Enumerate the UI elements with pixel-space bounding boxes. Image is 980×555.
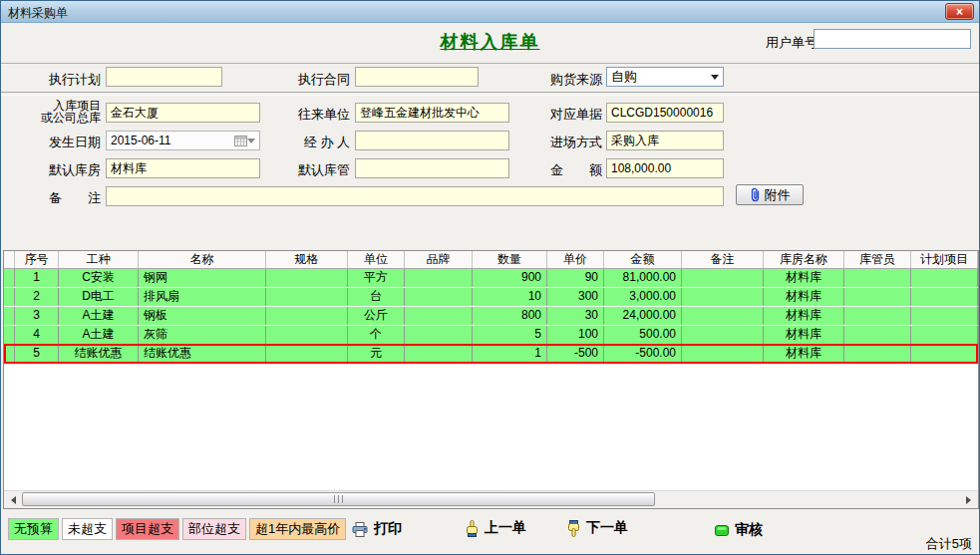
cell-trade[interactable]: A土建	[59, 326, 139, 344]
cell-trade[interactable]: C安装	[59, 269, 139, 287]
scroll-right-button[interactable]	[961, 491, 978, 508]
entry-mode-input[interactable]	[606, 131, 724, 150]
cell-price[interactable]: 90	[547, 269, 604, 287]
cell-wh[interactable]: 材料库	[764, 288, 844, 306]
cell-remark[interactable]	[682, 288, 764, 306]
cell-spec[interactable]	[266, 288, 348, 306]
column-header-plan[interactable]: 计划项目	[911, 251, 978, 268]
cell-trade[interactable]: A土建	[59, 307, 139, 325]
cell-unit[interactable]: 元	[348, 345, 405, 363]
table-row[interactable]: 4A土建灰筛个5100500.00材料库	[4, 326, 978, 345]
cell-brand[interactable]	[405, 269, 473, 287]
cell-wh[interactable]: 材料库	[764, 269, 844, 287]
cell-wh[interactable]: 材料库	[764, 307, 844, 325]
amount-input[interactable]	[606, 158, 724, 178]
cell-trade[interactable]: 结账优惠	[59, 345, 139, 363]
cell-seq[interactable]: 1	[15, 269, 59, 287]
table-row[interactable]: 1C安装钢网平方9009081,000.00材料库	[4, 269, 978, 288]
cell-seq[interactable]: 4	[15, 326, 59, 344]
attachment-button[interactable]: 附件	[736, 184, 804, 205]
purchase-source-select[interactable]: 自购	[606, 67, 724, 87]
cell-ind[interactable]	[4, 269, 15, 287]
cell-keeper[interactable]	[844, 269, 911, 287]
ref-doc-input[interactable]	[606, 103, 724, 123]
vendor-input[interactable]	[355, 103, 509, 123]
print-button[interactable]: 打印	[352, 520, 402, 538]
column-header-amount[interactable]: 金额	[604, 251, 682, 268]
table-row[interactable]: 2D电工排风扇台103003,000.00材料库	[4, 288, 978, 307]
cell-wh[interactable]: 材料库	[764, 345, 844, 363]
cell-price[interactable]: -500	[547, 345, 604, 363]
cell-name[interactable]: 灰筛	[139, 326, 266, 344]
horizontal-scrollbar[interactable]	[4, 490, 978, 508]
column-header-trade[interactable]: 工种	[59, 251, 139, 268]
cell-plan[interactable]	[911, 307, 978, 325]
next-doc-button[interactable]: 下一单	[567, 519, 628, 537]
column-header-price[interactable]: 单价	[547, 251, 604, 268]
cell-ind[interactable]	[4, 326, 15, 344]
table-row[interactable]: 3A土建钢板公斤8003024,000.00材料库	[4, 307, 978, 326]
column-header-wh[interactable]: 库房名称	[764, 251, 844, 268]
cell-price[interactable]: 300	[547, 288, 604, 306]
cell-keeper[interactable]	[844, 326, 911, 344]
column-header-spec[interactable]: 规格	[266, 251, 348, 268]
cell-spec[interactable]	[266, 326, 348, 344]
cell-name[interactable]: 钢板	[139, 307, 266, 325]
remark-input[interactable]	[106, 186, 724, 206]
cell-remark[interactable]	[682, 307, 764, 325]
cell-wh[interactable]: 材料库	[764, 326, 844, 344]
cell-amount[interactable]: 81,000.00	[604, 269, 682, 287]
prev-doc-button[interactable]: 上一单	[466, 519, 526, 537]
cell-unit[interactable]: 公斤	[348, 307, 405, 325]
cell-unit[interactable]: 平方	[348, 269, 405, 287]
cell-spec[interactable]	[266, 345, 348, 363]
cell-qty[interactable]: 10	[473, 288, 547, 306]
cell-qty[interactable]: 800	[473, 307, 547, 325]
column-header-name[interactable]: 名称	[139, 251, 266, 268]
cell-brand[interactable]	[405, 345, 473, 363]
date-dropdown-icon[interactable]	[247, 139, 255, 147]
column-header-unit[interactable]: 单位	[348, 251, 405, 268]
column-header-qty[interactable]: 数量	[473, 251, 547, 268]
close-button[interactable]: ×	[945, 3, 974, 20]
cell-amount[interactable]: 3,000.00	[604, 288, 682, 306]
column-header-remark[interactable]: 备注	[682, 251, 764, 268]
cell-plan[interactable]	[911, 345, 978, 363]
cell-price[interactable]: 30	[547, 307, 604, 325]
cell-ind[interactable]	[4, 307, 15, 325]
cell-price[interactable]: 100	[547, 326, 604, 344]
cell-remark[interactable]	[682, 326, 764, 344]
cell-remark[interactable]	[682, 269, 764, 287]
cell-name[interactable]: 钢网	[139, 269, 266, 287]
cell-seq[interactable]: 2	[15, 288, 59, 306]
cell-brand[interactable]	[405, 288, 473, 306]
cell-amount[interactable]: -500.00	[604, 345, 682, 363]
table-row[interactable]: 5结账优惠结账优惠元1-500-500.00材料库	[4, 345, 978, 364]
cell-name[interactable]: 排风扇	[139, 288, 266, 306]
default-warehouse-input[interactable]	[106, 158, 260, 178]
default-keeper-input[interactable]	[355, 158, 509, 178]
cell-plan[interactable]	[911, 326, 978, 344]
cell-qty[interactable]: 900	[473, 269, 547, 287]
cell-qty[interactable]: 5	[473, 326, 547, 344]
cell-qty[interactable]: 1	[473, 345, 547, 363]
cell-spec[interactable]	[266, 307, 348, 325]
cell-ind[interactable]	[4, 288, 15, 306]
cell-keeper[interactable]	[844, 345, 911, 363]
handler-input[interactable]	[355, 131, 509, 150]
cell-seq[interactable]: 5	[15, 345, 59, 363]
user-no-input[interactable]	[814, 29, 971, 49]
cell-unit[interactable]: 台	[348, 288, 405, 306]
cell-trade[interactable]: D电工	[59, 288, 139, 306]
exec-contract-input[interactable]	[355, 67, 479, 87]
column-header-brand[interactable]: 品牌	[405, 251, 473, 268]
cell-keeper[interactable]	[844, 307, 911, 325]
cell-remark[interactable]	[682, 345, 764, 363]
cell-name[interactable]: 结账优惠	[139, 345, 266, 363]
cell-plan[interactable]	[911, 269, 978, 287]
date-picker[interactable]: 2015-06-11	[106, 131, 260, 150]
cell-ind[interactable]	[4, 345, 15, 363]
cell-plan[interactable]	[911, 288, 978, 306]
cell-brand[interactable]	[405, 307, 473, 325]
cell-amount[interactable]: 500.00	[604, 326, 682, 344]
